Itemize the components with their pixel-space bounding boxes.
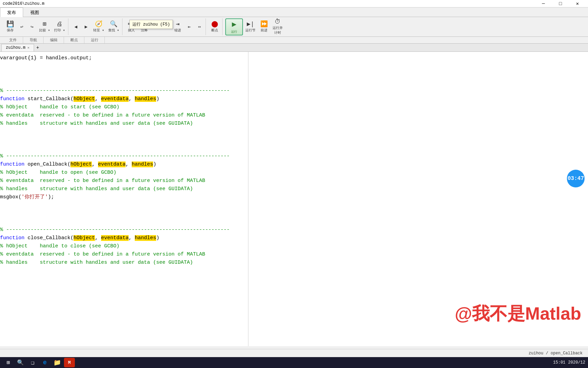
step-forward-button[interactable]: ⏩ 前进 (258, 19, 270, 35)
tab-close-button[interactable]: ✕ (28, 46, 30, 50)
menu-tab-publish[interactable]: 发布 (0, 7, 23, 17)
outdent-icon: ⇤ (188, 24, 191, 30)
code-line-20 (0, 210, 248, 218)
tab-add-button[interactable]: + (34, 44, 42, 51)
file-section-label: 文件 (3, 37, 23, 43)
undo-icon: ↩ (20, 24, 23, 30)
right-panel: 03:47 @我不是Matlab (248, 52, 588, 346)
search-taskbar-button[interactable]: 🔍 (15, 358, 26, 367)
code-line-3 (0, 71, 248, 79)
find-button[interactable]: 🔍 查找 ▾ (107, 19, 121, 35)
print-button[interactable]: 🖨 打印 ▾ (52, 19, 67, 35)
close-button[interactable]: ✕ (570, 0, 585, 7)
run-section-button[interactable]: ▶| 运行节 (244, 19, 257, 35)
edit-section-label: 编辑 (44, 37, 64, 43)
maximize-button[interactable]: □ (553, 0, 568, 7)
code-line-18: msgbox('你打开了'); (0, 194, 248, 202)
goto-icon: 🧭 (95, 21, 102, 27)
run-time-icon: ⏱ (275, 19, 281, 25)
goto-label: 转至 ▾ (93, 28, 104, 33)
code-line-15: % hObject handle to open (see GCBO) (0, 169, 248, 177)
code-line-12 (0, 144, 248, 153)
timer-badge: 03:47 (567, 170, 585, 187)
file-tab-zuihou[interactable]: zuihou.m ✕ (1, 44, 34, 51)
code-editor[interactable]: varargout{1} = handles.output; % -------… (0, 52, 248, 346)
code-line-6: function start_Callback(hObject, eventda… (0, 95, 248, 104)
undo-button[interactable]: ↩ (17, 19, 27, 35)
outdent-btn[interactable]: ⇤ (184, 19, 194, 35)
run-label: 运行 (231, 30, 237, 34)
redo-button[interactable]: ↪ (27, 19, 37, 35)
code-line-25: % eventdata reserved - to be defined in … (0, 251, 248, 259)
code-line-14: function open_Callback(hObject, eventdat… (0, 161, 248, 169)
code-line-7: % hObject handle to start (see GCBO) (0, 104, 248, 112)
print-label: 打印 ▾ (54, 28, 65, 33)
back-button[interactable]: ◀ (71, 19, 81, 35)
toolbar-file-group: 💾 保存 ↩ ↪ ⊞ 比较 ▾ 🖨 打印 ▾ (3, 18, 68, 35)
window-controls: ─ □ ✕ (536, 0, 585, 7)
tab-bar: zuihou.m ✕ + (0, 44, 588, 52)
indent-button[interactable]: ⇥ 缩进 (172, 19, 184, 35)
step-icon: ⏩ (260, 21, 268, 27)
redo-icon: ↪ (31, 24, 33, 30)
goto-button[interactable]: 🧭 转至 ▾ (92, 19, 106, 35)
taskbar-right: 15:01 2020/12 (553, 360, 585, 365)
find-icon: 🔍 (110, 21, 117, 27)
code-line-24: % hObject handle to close (see GCBO) (0, 243, 248, 251)
taskbar-time: 15:01 (553, 360, 566, 365)
breakpoint-icon: ⬤ (211, 21, 218, 27)
matlab-app[interactable]: M (64, 358, 75, 367)
tab-filename: zuihou.m (6, 45, 26, 50)
window-title: code2016\zuihou.m (3, 1, 536, 6)
taskview-button[interactable]: ❑ (27, 358, 38, 367)
nav-section-label: 导航 (23, 37, 44, 43)
code-line-2 (0, 63, 248, 71)
run-section-label: 运行 (84, 37, 105, 43)
run-button[interactable]: ▶ 运行 (225, 18, 243, 35)
code-line-16: % eventdata reserved - to be defined in … (0, 177, 248, 185)
code-line-23: function close_Callback(hObject, eventda… (0, 234, 248, 243)
save-button[interactable]: 💾 保存 (4, 19, 16, 35)
run-time-button[interactable]: ⏱ 运行并计时 (271, 19, 284, 35)
run-section-icon: ▶| (247, 21, 254, 27)
taskbar: ⊞ 🔍 ❑ e 📁 M 15:01 2020/12 (0, 357, 588, 368)
code-line-5: % --------------------------------------… (0, 87, 248, 95)
code-line-13: % --------------------------------------… (0, 153, 248, 161)
main-layout: varargout{1} = handles.output; % -------… (0, 52, 588, 346)
run-section-label: 运行节 (245, 28, 256, 33)
find-label: 查找 ▾ (108, 28, 119, 33)
code-line-10 (0, 128, 248, 136)
title-bar: code2016\zuihou.m ─ □ ✕ (0, 0, 588, 7)
smart-indent-btn[interactable]: ⇔ (195, 19, 204, 35)
toolbar-nav-group: ◀ ▶ 🧭 转至 ▾ 🔍 查找 ▾ (70, 18, 122, 35)
indent-label: 缩进 (174, 28, 181, 33)
code-line-21 (0, 218, 248, 226)
save-label: 保存 (7, 28, 14, 33)
step-label: 前进 (261, 28, 267, 33)
forward-icon: ▶ (85, 24, 87, 30)
compare-button[interactable]: ⊞ 比较 ▾ (37, 19, 52, 35)
edge-app[interactable]: e (39, 358, 50, 367)
minimize-button[interactable]: ─ (536, 0, 551, 7)
print-icon: 🖨 (56, 21, 63, 27)
forward-button[interactable]: ▶ (81, 19, 91, 35)
watermark-text: @我不是Matlab (455, 302, 581, 326)
menu-tab-view[interactable]: 视图 (23, 7, 46, 17)
explorer-app[interactable]: 📁 (52, 358, 63, 367)
breakpoint-label: 断点 (211, 28, 218, 33)
taskbar-date: 2020/12 (568, 360, 585, 365)
code-line-8: % eventdata reserved - to be defined in … (0, 112, 248, 120)
code-line-22: % --------------------------------------… (0, 226, 248, 234)
code-line-4 (0, 79, 248, 87)
breakpoint-section-label: 断点 (64, 37, 84, 43)
code-line-11 (0, 136, 248, 144)
code-line-26: % handles structure with handles and use… (0, 259, 248, 267)
indent-icon: ⇥ (176, 21, 180, 27)
code-line-19 (0, 202, 248, 210)
toolbar-breakpoint-group: ⬤ 断点 (207, 18, 223, 35)
code-line-17: % handles structure with handles and use… (0, 185, 248, 194)
code-line-1: varargout{1} = handles.output; (0, 55, 248, 63)
breakpoint-button[interactable]: ⬤ 断点 (209, 19, 221, 35)
start-button[interactable]: ⊞ (3, 358, 14, 367)
compare-icon: ⊞ (43, 21, 47, 27)
